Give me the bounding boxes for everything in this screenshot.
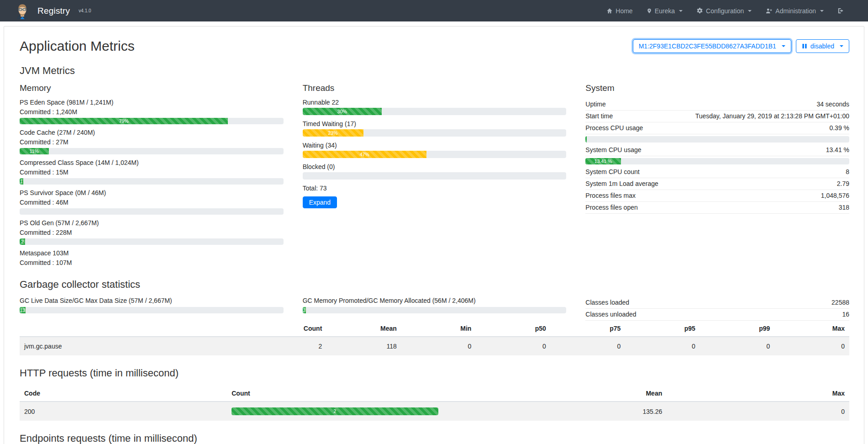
memory-column: Memory PS Eden Space (981M / 1,241M) Com…	[20, 83, 284, 269]
memory-metric: PS Survivor Space (0M / 46M) Committed :…	[20, 189, 284, 215]
pause-icon	[802, 43, 807, 49]
process-cpu-bar	[585, 134, 849, 144]
system-row-load-average: System 1m Load average 2.79	[585, 178, 849, 190]
kv-label: Classes loaded	[585, 299, 629, 306]
memory-metric: PS Old Gen (57M / 2,667M) Committed : 22…	[20, 219, 284, 245]
kv-label: Start time	[585, 112, 613, 120]
column-header: Mean	[326, 321, 401, 337]
http-requests-heading: HTTP requests (time in millisecond)	[20, 367, 849, 379]
chevron-down-icon	[748, 10, 752, 12]
table-header-row: Code Count Mean Max	[20, 386, 849, 402]
cell-p99: 0	[700, 337, 775, 355]
nav-home-label: Home	[615, 7, 632, 15]
progress-bar: 47%	[303, 151, 427, 158]
thread-metric: Timed Waiting (17) 23%	[303, 120, 567, 137]
brand[interactable]: Registryv4.1.0	[14, 2, 91, 20]
column-header: p99	[700, 321, 775, 337]
column-header: Code	[20, 386, 227, 402]
cell-metric-name: jvm.gc.pause	[20, 337, 252, 355]
metric-title: Blocked (0)	[303, 163, 567, 170]
gc-pause-table: Count Mean Min p50 p75 p95 p99 Max jvm.g…	[20, 321, 849, 355]
cell-count-bar: 2	[227, 402, 442, 421]
kv-value: Tuesday, January 29, 2019 at 2:13:28 PM …	[695, 112, 849, 120]
gc-heading: Garbage collector statistics	[20, 279, 849, 291]
kv-value: 13.41 %	[826, 146, 849, 153]
metric-committed: Committed : 46M	[20, 199, 284, 206]
refresh-toggle-button[interactable]: disabled	[796, 39, 849, 53]
progress-track	[303, 172, 567, 180]
progress-track	[585, 136, 849, 143]
progress-track: 2	[231, 407, 438, 415]
system-row-files-open: Process files open 318	[585, 202, 849, 214]
column-header: p95	[625, 321, 700, 337]
progress-track: 13.41 %	[585, 158, 849, 164]
refresh-toggle-label: disabled	[810, 42, 834, 50]
gc-promoted: GC Memory Promoted/GC Memory Allocated (…	[303, 297, 567, 319]
table-row: 200 2 135.26 0	[20, 402, 849, 421]
page-header: Application Metrics M1:2F93E1CBD2C3FE55B…	[20, 38, 849, 54]
nav-administration-label: Administration	[775, 7, 816, 15]
app-title: Registry	[37, 6, 70, 16]
thread-metric: Blocked (0)	[303, 163, 567, 180]
memory-metric: PS Eden Space (981M / 1,241M) Committed …	[20, 99, 284, 124]
nav-home[interactable]: Home	[606, 7, 632, 15]
cell-mean: 135.26	[443, 402, 667, 421]
progress-bar: 3	[303, 307, 306, 313]
metric-title: Runnable 22	[303, 99, 567, 106]
nav-configuration[interactable]: Configuration	[696, 7, 752, 15]
kv-label: Classes unloaded	[585, 311, 636, 318]
progress-bar: 13	[20, 307, 26, 313]
metric-committed: Committed : 15M	[20, 169, 284, 176]
column-header: Min	[401, 321, 476, 337]
kv-value: 1,048,576	[821, 192, 849, 199]
kv-value: 16	[842, 311, 849, 318]
column-header	[20, 321, 252, 337]
metric-title: Compressed Class Space (14M / 1,024M)	[20, 159, 284, 166]
system-row-files-max: Process files max 1,048,576	[585, 190, 849, 202]
progress-track: 2	[20, 238, 284, 245]
expand-button[interactable]: Expand	[303, 196, 337, 208]
progress-track: 3	[303, 307, 567, 313]
metric-committed: Committed : 228M	[20, 229, 284, 236]
column-header: Count	[227, 386, 442, 402]
instance-select-label: M1:2F93E1CBD2C3FE55BDD8627A3FADD1B1	[639, 42, 776, 50]
memory-metric: Code Cache (27M / 240M) Committed : 27M …	[20, 129, 284, 154]
progress-track: 47%	[303, 151, 567, 158]
threads-heading: Threads	[303, 83, 567, 93]
progress-track: 1	[20, 178, 284, 185]
metric-title: Code Cache (27M / 240M)	[20, 129, 284, 136]
column-header: Max	[667, 386, 849, 402]
metric-committed: Committed : 27M	[20, 138, 284, 146]
eureka-icon	[647, 8, 652, 14]
instance-select-button[interactable]: M1:2F93E1CBD2C3FE55BDD8627A3FADD1B1	[633, 39, 791, 53]
column-header: Max	[774, 321, 849, 337]
cell-p50: 0	[476, 337, 551, 355]
gc-columns: GC Live Data Size/GC Max Data Size (57M …	[20, 297, 849, 321]
classes-unloaded-row: Classes unloaded 16	[585, 309, 849, 321]
column-header: p50	[476, 321, 551, 337]
cell-min: 0	[401, 337, 476, 355]
kv-label: Uptime	[585, 100, 605, 108]
user-plus-icon	[765, 8, 773, 14]
nav-administration[interactable]: Administration	[765, 7, 824, 15]
top-navbar: Registryv4.1.0 Home Eureka Configuration…	[0, 0, 868, 21]
chevron-down-icon	[820, 10, 824, 12]
system-cpu-bar: 13.41 %	[585, 156, 849, 166]
http-requests-table: Code Count Mean Max 200 2 135.26 0	[20, 386, 849, 421]
threads-total: Total: 73	[303, 185, 567, 192]
progress-track: 30%	[303, 108, 567, 115]
gc-live-data: GC Live Data Size/GC Max Data Size (57M …	[20, 297, 284, 319]
column-header: p75	[551, 321, 626, 337]
metric-title: GC Memory Promoted/GC Memory Allocated (…	[303, 297, 567, 304]
nav-sign-out[interactable]	[837, 7, 844, 14]
memory-heading: Memory	[20, 83, 284, 93]
nav-eureka[interactable]: Eureka	[647, 7, 683, 15]
system-column: System Uptime 34 seconds Start time Tues…	[585, 83, 849, 269]
kv-label: Process files max	[585, 192, 636, 199]
metric-title: Waiting (34)	[303, 142, 567, 149]
metric-committed: Committed : 107M	[20, 259, 284, 266]
metrics-panel: Application Metrics M1:2F93E1CBD2C3FE55B…	[4, 26, 864, 444]
column-header: Mean	[443, 386, 667, 402]
system-row-start-time: Start time Tuesday, January 29, 2019 at …	[585, 111, 849, 122]
system-row-system-cpu: System CPU usage 13.41 %	[585, 144, 849, 156]
